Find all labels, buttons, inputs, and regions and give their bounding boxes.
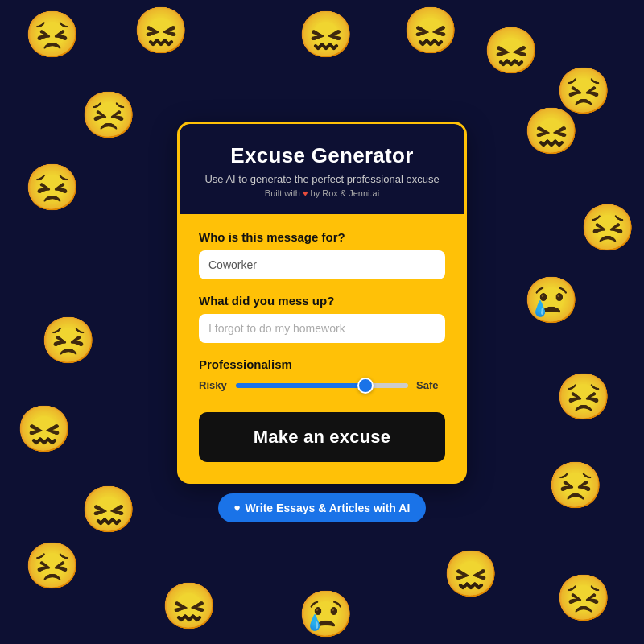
background-emoji: 😖 <box>133 4 189 57</box>
built-by-text: Built with ♥ by Rox & Jenni.ai <box>196 188 448 198</box>
background-emoji: 😣 <box>24 8 80 61</box>
background-emoji: 😖 <box>402 4 459 57</box>
slider-right-label: Safe <box>416 379 445 391</box>
background-emoji: 😖 <box>298 8 354 61</box>
background-emoji: 😣 <box>555 64 612 118</box>
background-emoji: 😣 <box>547 459 604 512</box>
card-body: Who is this message for? What did you me… <box>180 214 464 481</box>
recipient-group: Who is this message for? <box>199 230 445 279</box>
heart-icon: ♥ <box>303 188 308 198</box>
background-emoji: 😖 <box>16 402 72 456</box>
slider-left-label: Risky <box>199 379 228 391</box>
professionalism-label: Professionalism <box>199 357 445 371</box>
background-emoji: 😖 <box>523 105 580 158</box>
background-emoji: 😣 <box>40 314 97 367</box>
built-by-suffix: by Rox & Jenni.ai <box>311 188 380 198</box>
ai-heart-icon: ♥ <box>234 502 241 514</box>
background-emoji: 😣 <box>24 539 80 592</box>
make-excuse-button[interactable]: Make an excuse <box>199 412 445 462</box>
background-emoji: 😣 <box>80 89 137 142</box>
ai-link-button[interactable]: ♥ Write Essays & Articles with AI <box>218 493 427 522</box>
background-emoji: 😣 <box>555 370 612 423</box>
professionalism-group: Professionalism Risky Safe <box>199 357 445 391</box>
ai-link-label: Write Essays & Articles with AI <box>245 502 410 514</box>
background-emoji: 😣 <box>555 572 612 625</box>
background-emoji: 😢 <box>298 588 354 641</box>
background-emoji: 😖 <box>161 580 217 633</box>
built-by-prefix: Built with <box>265 188 300 198</box>
recipient-label: Who is this message for? <box>199 230 445 244</box>
mess-group: What did you mess up? <box>199 294 445 343</box>
background-emoji: 😣 <box>580 201 636 254</box>
app-subtitle: Use AI to generate the perfect professio… <box>196 173 448 185</box>
card-wrapper: Excuse Generator Use AI to generate the … <box>177 122 467 522</box>
background-emoji: 😢 <box>523 274 580 327</box>
slider-row: Risky Safe <box>199 379 445 391</box>
app-title: Excuse Generator <box>196 143 448 168</box>
mess-input[interactable] <box>199 314 445 343</box>
background-emoji: 😣 <box>24 161 80 214</box>
professionalism-slider[interactable] <box>236 383 408 388</box>
card-header: Excuse Generator Use AI to generate the … <box>180 124 464 214</box>
recipient-input[interactable] <box>199 250 445 279</box>
background-emoji: 😖 <box>443 547 499 601</box>
background-emoji: 😖 <box>483 24 539 77</box>
background-emoji: 😖 <box>80 483 137 536</box>
mess-label: What did you mess up? <box>199 294 445 308</box>
main-card: Excuse Generator Use AI to generate the … <box>177 122 467 484</box>
